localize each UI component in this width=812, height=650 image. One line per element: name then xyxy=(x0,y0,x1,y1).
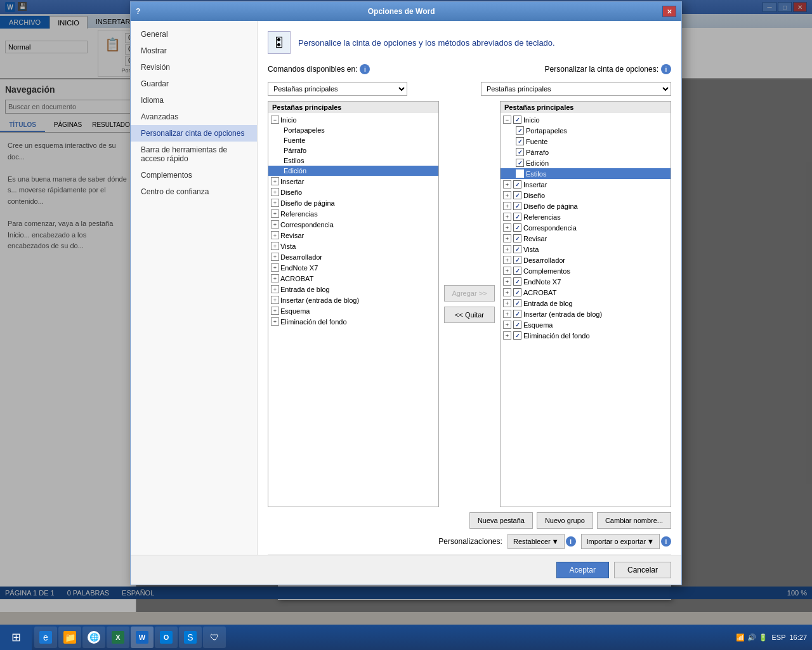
left-tree-item[interactable]: −Inicio xyxy=(268,114,438,125)
right-tree-item[interactable]: +✓Insertar xyxy=(501,179,671,190)
taskbar-skype[interactable]: S xyxy=(179,627,202,648)
right-tree-item[interactable]: ✓Fuente xyxy=(501,136,671,147)
taskbar-chrome[interactable]: 🌐 xyxy=(82,627,105,648)
left-tree-item[interactable]: +Referencias xyxy=(268,208,438,219)
left-tree-item[interactable]: +EndNote X7 xyxy=(268,262,438,273)
skype-icon: S xyxy=(184,631,197,644)
cancel-button[interactable]: Cancelar xyxy=(614,562,671,578)
right-tree-item[interactable]: ✓Párrafo xyxy=(501,147,671,157)
nav-item-revision[interactable]: Revisión xyxy=(131,59,257,76)
reset-button[interactable]: Restablecer ▼ xyxy=(508,534,565,549)
dialog-content-header: 🎛 Personalice la cinta de opciones y los… xyxy=(268,31,671,54)
left-tree-item[interactable]: Portapapeles xyxy=(268,125,438,135)
right-tree-item[interactable]: +✓Esquema xyxy=(501,319,671,330)
import-export-button[interactable]: Importar o exportar ▼ xyxy=(581,534,660,549)
remove-button[interactable]: << Quitar xyxy=(444,307,495,323)
language-indicator: ESP xyxy=(771,633,785,641)
nav-item-complementos[interactable]: Complementos xyxy=(131,167,257,183)
left-tree-item[interactable]: +Diseño xyxy=(268,187,438,197)
taskbar: ⊞ e 📁 🌐 X W O S 🛡 📶 🔊 🔋 xyxy=(0,625,812,650)
taskbar-antivirus[interactable]: 🛡 xyxy=(203,627,226,648)
right-tree-item[interactable]: +✓Correspondencia xyxy=(501,222,671,233)
dialog-close-button[interactable]: ✕ xyxy=(662,6,676,17)
nav-item-idioma[interactable]: Idioma xyxy=(131,92,257,109)
taskbar-items: e 📁 🌐 X W O S 🛡 xyxy=(32,627,731,648)
start-button[interactable]: ⊞ xyxy=(0,625,32,650)
taskbar-explorer[interactable]: 📁 xyxy=(58,627,81,648)
right-tree-item[interactable]: +✓Referencias xyxy=(501,211,671,222)
nav-item-guardar[interactable]: Guardar xyxy=(131,76,257,92)
import-info-icon[interactable]: i xyxy=(661,536,671,547)
customize-info-icon[interactable]: i xyxy=(661,64,671,74)
middle-buttons: Agregar >> << Quitar xyxy=(442,101,497,507)
customize-label: Personalizar la cinta de opciones: xyxy=(545,65,658,74)
personalization-label: Personalizaciones: xyxy=(438,537,502,546)
selects-row: Pestañas principales Pestañas principale… xyxy=(268,82,671,96)
personalization-row: Personalizaciones: Restablecer ▼ i Impor… xyxy=(268,534,671,549)
new-tab-button[interactable]: Nueva pestaña xyxy=(469,512,533,529)
taskbar-outlook[interactable]: O xyxy=(155,627,178,648)
left-tree-item[interactable]: +Correspondencia xyxy=(268,219,438,230)
customize-dropdown[interactable]: Pestañas principales xyxy=(481,82,671,96)
right-tree-item[interactable]: ✓Estilos xyxy=(501,168,671,179)
taskbar-right: 📶 🔊 🔋 ESP 16:27 xyxy=(731,633,812,642)
left-tree-item[interactable]: Párrafo xyxy=(268,145,438,156)
add-button[interactable]: Agregar >> xyxy=(444,285,495,302)
right-tree-item[interactable]: +✓Vista xyxy=(501,244,671,255)
right-tree-item[interactable]: +✓EndNote X7 xyxy=(501,276,671,287)
left-tree-item[interactable]: +Eliminación del fondo xyxy=(268,316,438,327)
dialog-window-controls: ✕ xyxy=(662,6,676,17)
modal-overlay: ? Opciones de Word ✕ General Mostrar Rev… xyxy=(0,0,812,625)
dialog-left-nav: General Mostrar Revisión Guardar Idioma … xyxy=(131,21,258,555)
right-tree-item[interactable]: −✓Inicio xyxy=(501,114,671,125)
right-tree-item[interactable]: +✓Desarrollador xyxy=(501,255,671,265)
accept-button[interactable]: Aceptar xyxy=(556,562,609,578)
right-tree-item[interactable]: +✓Diseño xyxy=(501,190,671,201)
left-tree-item[interactable]: +Insertar xyxy=(268,176,438,187)
left-tree-item[interactable]: +Vista xyxy=(268,241,438,251)
right-tree-item[interactable]: +✓Diseño de página xyxy=(501,201,671,211)
nav-item-personalizar-cinta[interactable]: Personalizar cinta de opciones xyxy=(131,125,257,142)
left-tree-item[interactable]: Edición xyxy=(268,166,438,176)
nav-item-avanzadas[interactable]: Avanzadas xyxy=(131,109,257,125)
right-tree-item[interactable]: +✓ACROBAT xyxy=(501,287,671,298)
dialog-help-icon[interactable]: ? xyxy=(136,7,140,16)
right-tree-item[interactable]: ✓Portapapeles xyxy=(501,125,671,136)
commands-dropdown[interactable]: Pestañas principales xyxy=(268,82,407,96)
windows-logo: ⊞ xyxy=(11,630,21,644)
nav-item-general[interactable]: General xyxy=(131,26,257,43)
right-tree-item[interactable]: +✓Revisar xyxy=(501,233,671,244)
clock: 16:27 xyxy=(789,633,807,641)
left-tree-item[interactable]: +ACROBAT xyxy=(268,273,438,284)
taskbar-excel[interactable]: X xyxy=(107,627,129,648)
left-tree-item[interactable]: +Esquema xyxy=(268,305,438,316)
dialog-title-text: Opciones de Word xyxy=(140,7,662,16)
left-tree-item[interactable]: Fuente xyxy=(268,135,438,145)
left-tree-item[interactable]: +Diseño de página xyxy=(268,197,438,208)
left-tree-item[interactable]: +Desarrollador xyxy=(268,251,438,262)
rename-button[interactable]: Cambiar nombre... xyxy=(597,512,671,529)
nav-item-barra-herramientas[interactable]: Barra de herramientas de acceso rápido xyxy=(131,142,257,167)
new-group-button[interactable]: Nuevo grupo xyxy=(537,512,593,529)
personalization-info-icon[interactable]: i xyxy=(566,536,576,547)
battery-icon: 🔋 xyxy=(759,633,768,642)
right-tree-item[interactable]: +✓Insertar (entrada de blog) xyxy=(501,308,671,319)
outlook-icon: O xyxy=(160,631,173,644)
left-tree-item[interactable]: +Insertar (entrada de blog) xyxy=(268,295,438,305)
system-tray: 📶 🔊 🔋 xyxy=(736,633,768,642)
taskbar-ie[interactable]: e xyxy=(34,627,57,648)
left-tree-item[interactable]: +Entrada de blog xyxy=(268,284,438,295)
right-tree-item[interactable]: ✓Edición xyxy=(501,157,671,168)
right-tree-item[interactable]: +✓Complementos xyxy=(501,265,671,276)
customize-select-group: Personalizar la cinta de opciones: i xyxy=(545,64,671,74)
left-tree-item[interactable]: Estilos xyxy=(268,156,438,166)
taskbar-word[interactable]: W xyxy=(131,627,154,648)
dialog-right-content: 🎛 Personalice la cinta de opciones y los… xyxy=(258,21,681,555)
left-tree-item[interactable]: +Revisar xyxy=(268,230,438,241)
nav-item-centro-confianza[interactable]: Centro de confianza xyxy=(131,183,257,200)
options-dialog: ? Opciones de Word ✕ General Mostrar Rev… xyxy=(130,1,682,585)
commands-info-icon[interactable]: i xyxy=(360,64,370,74)
right-tree-item[interactable]: +✓Eliminación del fondo xyxy=(501,330,671,341)
right-tree-item[interactable]: +✓Entrada de blog xyxy=(501,298,671,308)
nav-item-mostrar[interactable]: Mostrar xyxy=(131,43,257,59)
